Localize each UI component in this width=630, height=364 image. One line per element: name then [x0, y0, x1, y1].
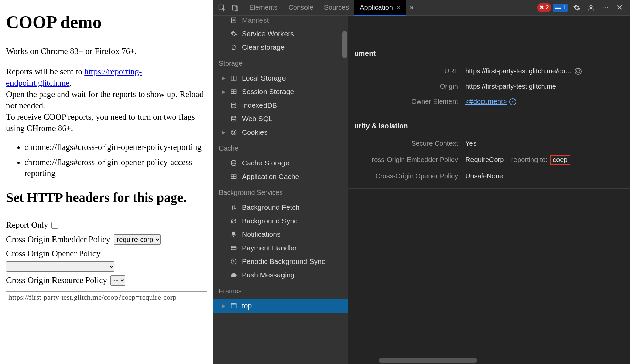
bell-icon — [230, 230, 238, 238]
reveal-icon[interactable] — [575, 68, 582, 75]
sidebar-item-label: Application Cache — [242, 173, 299, 181]
page-title: COOP demo — [6, 11, 207, 34]
devtools: Elements Console Sources Application ✕ »… — [213, 0, 630, 364]
coep-key: ross-Origin Embedder Policy — [354, 156, 458, 164]
page-openwait: Open the page and wait for the reports t… — [6, 89, 207, 111]
coep-row: Cross Origin Embedder Policy require-cor… — [6, 234, 207, 245]
sidebar-item-periodic-sync[interactable]: ▶ Periodic Background Sync — [213, 255, 348, 268]
page-h2: Set HTTP headers for this page. — [6, 189, 207, 206]
sidebar-item-label: Manifest — [242, 16, 269, 24]
svg-rect-24 — [231, 246, 236, 250]
info-badge[interactable]: ▬1 — [553, 4, 570, 12]
sidebar-item-label: Cookies — [242, 128, 268, 136]
caret-icon: ▶ — [222, 303, 226, 309]
sidebar-item-cache-storage[interactable]: ▶ Cache Storage — [213, 156, 348, 170]
gear-icon[interactable] — [572, 3, 582, 13]
close-devtools-icon[interactable]: ✕ — [614, 3, 625, 13]
sidebar-item-websql[interactable]: ▶ Web SQL — [213, 112, 348, 126]
sidebar-item-notifications[interactable]: ▶ Notifications — [213, 228, 348, 241]
svg-point-17 — [234, 131, 235, 132]
code-icon[interactable]: ⁄ — [509, 98, 516, 105]
coep-reporting-value: coep — [550, 155, 570, 165]
sidebar-item-label: Push Messaging — [242, 271, 294, 279]
corp-select[interactable]: -- — [110, 275, 125, 286]
sidebar-item-service-workers[interactable]: ▶ Service Workers — [213, 27, 348, 41]
sidebar-item-label: top — [242, 302, 252, 310]
sidebar-item-app-cache[interactable]: ▶ Application Cache — [213, 170, 348, 183]
sidebar-item-session-storage[interactable]: ▶ Session Storage — [213, 85, 348, 98]
sidebar-section-cache: Cache — [213, 139, 348, 156]
trash-icon — [230, 43, 238, 51]
sidebar-section-bg: Background Services — [213, 183, 348, 201]
caret-icon: ▶ — [222, 75, 226, 81]
error-count: 2 — [546, 4, 549, 11]
tab-sources[interactable]: Sources — [319, 0, 354, 15]
tab-application[interactable]: Application ✕ — [354, 0, 406, 15]
clock-icon — [230, 257, 238, 266]
more-tabs-icon[interactable]: » — [406, 3, 417, 12]
report-only-checkbox[interactable] — [51, 222, 58, 229]
sidebar-item-frame-top[interactable]: ▶ top — [213, 299, 348, 313]
flag-item: chrome://flags#cross-origin-opener-polic… — [24, 142, 207, 153]
sidebar-section-frames: Frames — [213, 282, 348, 299]
kebab-icon[interactable]: ⋯ — [600, 3, 610, 13]
url-input[interactable] — [6, 291, 207, 303]
sidebar-item-label: Periodic Background Sync — [242, 257, 325, 266]
error-badge[interactable]: ✖2 — [537, 3, 553, 12]
secure-value: Yes — [465, 140, 477, 147]
row-origin: Origin https://first-party-test.glitch.m… — [348, 79, 630, 94]
section-document-header: ument — [348, 42, 630, 64]
sidebar-item-bg-fetch[interactable]: ▶ Background Fetch — [213, 201, 348, 214]
row-coep: ross-Origin Embedder Policy RequireCorp … — [348, 151, 630, 168]
origin-value: https://first-party-test.glitch.me — [465, 83, 556, 90]
svg-point-18 — [233, 133, 233, 134]
tab-elements[interactable]: Elements — [244, 0, 283, 15]
sidebar-item-label: Background Fetch — [242, 203, 299, 211]
page-reports: Reports will be sent to https://reportin… — [6, 66, 207, 88]
sidebar-item-label: Service Workers — [242, 30, 294, 38]
scrollbar-thumb[interactable] — [342, 31, 347, 58]
sidebar-item-label: Background Sync — [242, 217, 298, 225]
sidebar-item-indexeddb[interactable]: ▶ IndexedDB — [213, 98, 348, 112]
sidebar-item-label: Payment Handler — [242, 244, 297, 252]
sidebar-item-manifest[interactable]: ▶ Manifest — [213, 16, 348, 27]
svg-point-14 — [231, 116, 236, 118]
table-icon — [230, 88, 238, 96]
sidebar-item-payment[interactable]: ▶ Payment Handler — [213, 241, 348, 255]
owner-link[interactable]: <#document> — [465, 98, 507, 106]
sidebar-item-clear-storage[interactable]: ▶ Clear storage — [213, 41, 348, 54]
database-icon — [230, 101, 238, 109]
sidebar-item-bg-sync[interactable]: ▶ Background Sync — [213, 214, 348, 228]
info-icon: ▬ — [555, 4, 561, 11]
coop-row: Cross Origin Opener Policy -- — [6, 248, 207, 272]
sidebar-item-label: Session Storage — [242, 88, 294, 96]
url-value: https://first-party-test.glitch.me/co… — [465, 67, 572, 75]
sidebar-item-cookies[interactable]: ▶ Cookies — [213, 126, 348, 139]
svg-point-20 — [231, 161, 236, 162]
error-icon: ✖ — [539, 4, 544, 11]
inspect-icon[interactable] — [217, 3, 227, 13]
corp-label: Cross Origin Resource Policy — [6, 275, 107, 286]
corp-row: Cross Origin Resource Policy -- — [6, 275, 207, 286]
sidebar-item-label: Web SQL — [242, 115, 273, 123]
table-icon — [230, 74, 238, 82]
sidebar-item-local-storage[interactable]: ▶ Local Storage — [213, 71, 348, 85]
device-toggle-icon[interactable] — [230, 3, 240, 13]
coop-label: Cross Origin Opener Policy — [6, 248, 100, 259]
person-icon[interactable] — [586, 3, 596, 13]
svg-point-29 — [576, 70, 580, 73]
svg-point-13 — [231, 103, 236, 105]
report-only-row: Report Only — [6, 220, 207, 231]
close-icon[interactable]: ✕ — [396, 4, 401, 11]
coep-select[interactable]: require-corp — [114, 234, 161, 245]
sidebar-item-push[interactable]: ▶ Push Messaging — [213, 268, 348, 282]
flags-list: chrome://flags#cross-origin-opener-polic… — [24, 142, 207, 179]
svg-point-16 — [233, 131, 233, 132]
tab-console[interactable]: Console — [283, 0, 318, 15]
reports-post: . — [69, 78, 71, 87]
coop-select[interactable]: -- — [6, 261, 114, 272]
application-sidebar: ▶ Manifest ▶ Service Workers ▶ Clear sto… — [213, 16, 348, 364]
page-receive: To receive COOP reports, you need to tur… — [6, 112, 207, 134]
sidebar-item-label: Local Storage — [242, 74, 286, 82]
scrollbar-horizontal[interactable] — [379, 358, 477, 363]
